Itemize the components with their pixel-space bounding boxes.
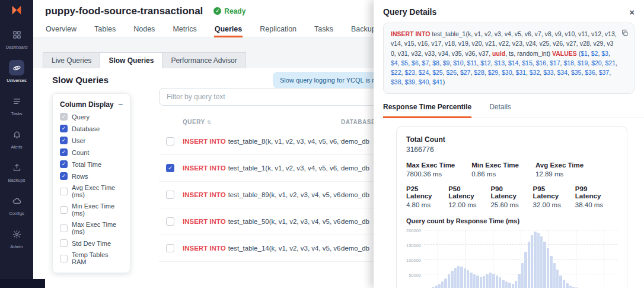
subtab-live-queries[interactable]: Live Queries [43,52,100,69]
histogram-bar [505,281,508,288]
histogram-bar [502,280,504,288]
row-checkbox[interactable] [166,137,174,145]
subtab-performance-advisor[interactable]: Performance Advisor [162,52,246,69]
check-icon: ✓ [62,150,66,155]
row-checkbox[interactable]: ✓ [166,164,174,172]
column-option-avg-exec-time-ms[interactable]: Avg Exec Time (ms) [60,184,123,198]
checkbox[interactable]: ✓ [60,148,68,156]
sql-segment: $9 [443,59,450,67]
sql-segment: $30 [502,69,512,76]
column-option-std-dev-time[interactable]: Std Dev Time [60,239,123,247]
sidebar-nav: DashboardUniversesTasksAlertsBackupsConf… [0,27,33,249]
sidebar-item-alerts[interactable]: Alerts [2,126,31,150]
sql-segment: $6 [412,59,419,67]
close-icon[interactable]: × [629,8,635,17]
check-icon: ✓ [62,138,66,143]
subtab-slow-queries[interactable]: Slow Queries [100,52,162,69]
checkbox[interactable]: ✓ [60,160,68,168]
sql-segment: $21 [605,59,616,67]
sql-segment: $14 [508,59,519,67]
sql-segment: $7 [422,59,429,67]
checkbox[interactable] [60,188,68,195]
details-tab-details[interactable]: Details [489,103,511,118]
tab-nodes[interactable]: Nodes [133,23,155,37]
details-header: Query Details × [374,0,644,21]
column-option-min-exec-time-ms[interactable]: Min Exec Time (ms) [60,202,123,217]
stat-label: P95 Latency [533,185,565,200]
histogram-bar [515,281,517,288]
sidebar-item-configs[interactable]: Configs [2,193,31,216]
sql-segment: $12 [480,59,491,67]
row-checkbox[interactable] [166,217,174,226]
stat-label: P99 Latency [575,185,607,200]
column-option-label: Max Exec Time (ms) [72,221,123,235]
sql-segment: $13 [495,59,505,67]
column-option-count[interactable]: ✓Count [60,148,123,156]
sql-segment: $34 [557,69,568,76]
checkbox[interactable] [60,224,68,232]
yugabyte-logo-icon[interactable] [0,0,33,17]
sidebar-item-backups[interactable]: Backups [2,160,31,183]
plot-area: (1.5,1.6)(3.8,4.0)(9.6,10.4)(28.8,32.0)(… [424,230,617,288]
checkbox[interactable]: ✓ [60,125,68,132]
checkbox[interactable] [60,255,68,262]
column-option-label: Std Dev Time [72,240,111,247]
column-header-query[interactable]: QUERY ⇅ [183,119,341,125]
query-filter-input[interactable] [159,88,384,106]
checkbox[interactable]: ✓ [60,113,68,121]
query-text: test_table_14(k, v1, v2, v3, v4, v5, v6,… [228,245,341,252]
y-tick-label: 150000 [406,242,421,248]
checkbox[interactable] [60,239,68,247]
column-option-label: Min Exec Time (ms) [72,202,123,217]
admin-icon [9,226,24,242]
column-option-temp-tables-ram[interactable]: Temp Tables RAM [60,251,123,265]
checkbox[interactable]: ✓ [60,172,68,180]
column-option-query[interactable]: ✓Query [60,113,123,121]
sql-keyword: INSERT INTO [183,138,226,145]
details-tab-response-time-percentile[interactable]: Response Time Percentile [383,103,471,118]
sql-query-box: INSERT INTO test_table_1(k, v1, v2, v3, … [383,23,635,94]
query-subtabs: Live QueriesSlow QueriesPerformance Advi… [43,52,246,69]
sidebar-item-dashboard[interactable]: Dashboard [2,27,31,50]
tasks-icon [9,93,24,109]
tab-tasks[interactable]: Tasks [314,23,334,37]
total-count-value: 3166776 [406,145,617,154]
tab-tables[interactable]: Tables [94,23,116,37]
collapse-icon[interactable]: − [118,100,123,109]
sidebar-item-universes[interactable]: Universes [2,60,31,83]
sql-segment: $19 [578,59,588,67]
column-option-user[interactable]: ✓User [60,137,123,144]
histogram-bar [454,268,457,288]
column-option-max-exec-time-ms[interactable]: Max Exec Time (ms) [60,221,123,235]
sidebar-item-admin[interactable]: Admin [2,226,31,249]
tab-overview[interactable]: Overview [45,23,77,37]
row-checkbox[interactable] [166,191,174,199]
column-option-total-time[interactable]: ✓Total Time [60,160,123,168]
row-checkbox[interactable] [166,244,174,252]
check-icon: ✓ [62,126,66,131]
column-option-rows[interactable]: ✓Rows [60,172,123,180]
query-text: test_table_50(k, v1, v2, v3, v4, v5, v6,… [228,218,341,225]
alerts-icon [9,126,24,142]
checkbox[interactable] [60,206,68,214]
gridline-vertical [493,230,493,288]
database-cell: demo_db [341,138,369,145]
query-text: test_table_1(k, v1, v2, v3, v4, v5, v6, … [228,164,341,172]
query-text: test_table_8(k, v1, v2, v3, v4, v5, v6, … [228,138,341,145]
column-option-database[interactable]: ✓Database [60,125,123,132]
tab-queries[interactable]: Queries [214,23,243,37]
tab-metrics[interactable]: Metrics [172,23,197,37]
sidebar-item-tasks[interactable]: Tasks [2,93,31,116]
sidebar-item-label: Universes [7,78,26,83]
checkbox[interactable]: ✓ [60,137,68,144]
sql-segment: , [616,59,617,67]
sql-segment: $17 [550,59,560,67]
sql-keyword: INSERT INTO [183,191,226,198]
histogram-chart: 050000100000150000200000 (1.5,1.6)(3.8,4… [406,230,617,288]
query-details-panel: Query Details × INSERT INTO test_table_1… [374,0,644,288]
sql-segment: , [609,69,611,76]
tab-replication[interactable]: Replication [259,23,297,37]
copy-icon[interactable] [621,29,629,39]
sidebar-item-label: Backups [8,178,25,183]
column-display-title: Column Display [60,100,114,109]
